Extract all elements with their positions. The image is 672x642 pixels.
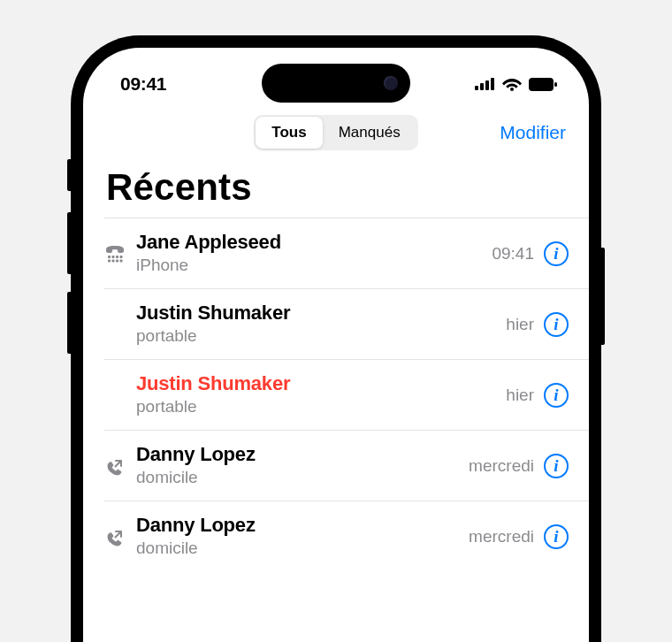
svg-rect-9 [116,256,118,258]
call-time: mercredi [469,527,534,546]
svg-rect-13 [116,259,118,262]
call-row[interactable]: Danny Lopez domicile mercredi i [104,430,589,501]
outgoing-call-icon [104,458,124,478]
info-button[interactable]: i [543,241,569,267]
call-time: hier [506,315,534,334]
info-button[interactable]: i [543,524,569,550]
call-row[interactable]: Jane Appleseed iPhone 09:41 i [104,218,589,288]
info-button[interactable]: i [543,453,569,479]
page-container: 09:41 [0,0,672,642]
phone-screen: 09:41 [83,48,589,642]
svg-rect-14 [120,259,123,262]
status-time: 09:41 [120,73,166,95]
call-label: portable [136,396,506,418]
outgoing-call-icon [104,529,124,548]
svg-point-4 [510,88,514,91]
dynamic-island [262,64,410,103]
call-label: domicile [136,538,469,560]
page-title: Récents [83,157,589,218]
call-list: Jane Appleseed iPhone 09:41 i Justin Shu… [83,218,589,571]
svg-text:i: i [554,527,559,546]
svg-rect-12 [112,259,115,262]
battery-icon [529,78,557,91]
call-label: portable [136,325,506,348]
svg-rect-0 [475,86,478,90]
call-row[interactable]: Justin Shumaker portable hier i [104,359,589,430]
tty-icon [104,246,126,265]
svg-rect-11 [108,259,111,262]
call-name: Jane Appleseed [136,230,492,255]
call-row[interactable]: Justin Shumaker portable hier i [104,288,589,359]
camera-dot [384,76,398,90]
phone-frame: 09:41 [71,35,601,642]
svg-rect-5 [529,78,554,91]
cellular-icon [475,78,495,90]
call-label: domicile [136,467,469,489]
nav-bar: Tous Manqués Modifier [83,108,589,157]
edit-button[interactable]: Modifier [500,122,566,143]
call-name-missed: Justin Shumaker [136,371,506,396]
call-row[interactable]: Danny Lopez domicile mercredi i [104,501,589,571]
svg-text:i: i [554,456,559,475]
svg-rect-2 [485,80,489,90]
tab-all[interactable]: Tous [256,117,322,149]
svg-text:i: i [554,244,559,263]
call-label: iPhone [136,255,492,277]
tab-missed[interactable]: Manqués [323,117,416,149]
svg-rect-7 [108,256,111,258]
call-name: Danny Lopez [136,442,469,467]
svg-text:i: i [554,386,559,404]
svg-rect-8 [112,256,115,258]
call-time: hier [506,386,534,405]
svg-rect-10 [120,256,123,258]
svg-rect-1 [480,83,484,90]
call-time: 09:41 [492,244,534,264]
wifi-icon [502,77,522,91]
svg-rect-3 [491,78,494,90]
call-name: Justin Shumaker [136,301,506,325]
info-button[interactable]: i [543,311,569,338]
segmented-control: Tous Manqués [254,115,417,150]
status-icons [475,77,557,91]
info-button[interactable]: i [543,382,569,409]
call-time: mercredi [469,456,534,476]
svg-rect-6 [554,82,557,87]
call-name: Danny Lopez [136,513,469,538]
svg-text:i: i [554,315,559,333]
